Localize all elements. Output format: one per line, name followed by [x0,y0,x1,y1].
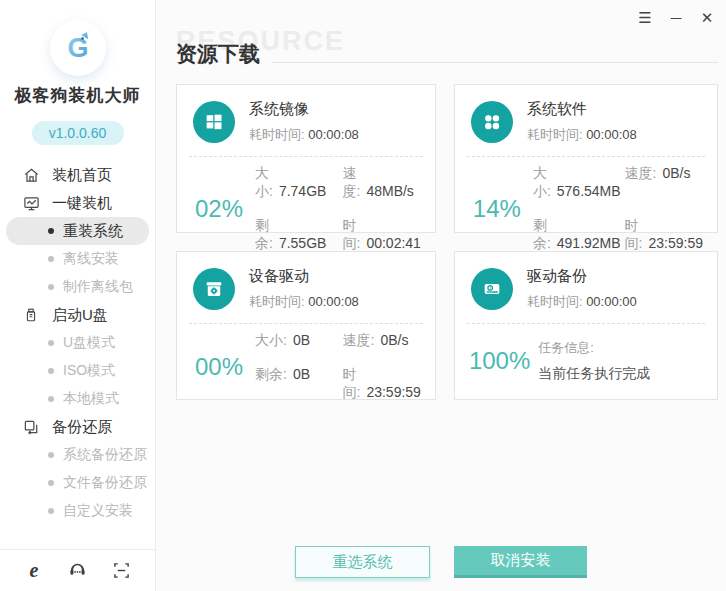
progress-percent: 100% [469,347,530,375]
stat-value: 00:02:41 [366,235,421,251]
sidebar-item-label: 装机首页 [52,166,112,185]
card-system-software: 系统软件 耗时时间: 00:00:08 14% 大小:576.54MB 速度:0… [454,84,718,233]
sidebar-item-label: 制作离线包 [63,278,133,296]
stat-value: 23:59:59 [366,384,421,400]
sidebar-item-reinstall-system[interactable]: 重装系统 [6,217,149,245]
sidebar-item-label: 文件备份还原 [63,474,147,492]
page-header: RESOURCE 资源下载 [176,26,718,74]
stat-value: 576.54MB [557,183,621,199]
elapsed-value: 00:00:08 [308,127,359,142]
elapsed-value: 00:00:08 [308,294,359,309]
title-divider [272,62,718,63]
elapsed-label: 耗时时间: [249,294,305,309]
sidebar-item-label: 离线安装 [63,250,119,268]
stat-label: 剩余: [533,217,551,251]
elapsed-label: 耗时时间: [249,127,305,142]
stat-value: 7.55GB [279,235,326,251]
main-content: ☰ ─ ✕ RESOURCE 资源下载 [156,0,726,591]
app-window: G 极客狗装机大师 v1.0.0.60 装机首页 [0,0,726,591]
elapsed-value: 00:00:00 [586,294,637,309]
stat-value: 0B/s [663,165,691,181]
sidebar-item-label: 一键装机 [52,194,112,213]
sidebar-item-make-offline-pack[interactable]: 制作离线包 [0,273,155,301]
sidebar-item-file-backup-restore[interactable]: 文件备份还原 [0,469,155,497]
bullet-icon [48,368,54,374]
app-logo-icon: G [50,20,106,76]
card-driver-backup: 驱动备份 耗时时间: 00:00:00 100% 任务信息: 当前任务执行完成 [454,251,718,400]
sidebar-item-system-backup-restore[interactable]: 系统备份还原 [0,441,155,469]
card-title: 驱动备份 [527,267,637,286]
sidebar-item-backup-restore[interactable]: 备份还原 [0,413,155,441]
stat-label: 大小: [255,332,287,348]
close-icon[interactable]: ✕ [698,9,716,27]
sidebar-item-home[interactable]: 装机首页 [0,161,155,189]
stat-label: 速度: [343,165,361,199]
sidebar-item-label: 系统备份还原 [63,446,147,464]
sidebar-item-usb-mode[interactable]: U盘模式 [0,329,155,357]
progress-percent: 02% [191,195,247,223]
menu-icon[interactable]: ☰ [636,9,654,27]
monitor-icon [22,194,40,212]
window-controls: ☰ ─ ✕ [636,9,716,27]
logo: G [0,20,155,76]
bullet-icon [48,228,54,234]
card-title: 设备驱动 [249,267,359,286]
customer-service-icon[interactable] [68,561,88,581]
sidebar-item-label: 备份还原 [52,418,112,437]
elapsed-value: 00:00:08 [586,127,637,142]
bullet-icon [48,508,54,514]
stat-label: 大小: [255,165,273,199]
sidebar-item-boot-usb[interactable]: 启动U盘 [0,301,155,329]
stat-label: 剩余: [255,217,273,251]
card-device-driver: 设备驱动 耗时时间: 00:00:08 00% 大小:0B 速度:0B/s 剩余… [176,251,436,400]
stat-label: 大小: [533,165,551,199]
cancel-install-button[interactable]: 取消安装 [454,546,587,578]
sidebar-item-one-key-install[interactable]: 一键装机 [0,189,155,217]
stat-label: 时间: [343,366,361,400]
elapsed-label: 耗时时间: [527,127,583,142]
app-name: 极客狗装机大师 [0,84,155,107]
stat-label: 剩余: [255,366,287,382]
action-buttons: 重选系统 取消安装 [156,546,726,578]
elapsed-label: 耗时时间: [527,294,583,309]
backup-restore-icon [22,418,40,436]
windows-icon [193,101,235,143]
bullet-icon [48,480,54,486]
sidebar-footer: e [0,549,155,591]
sidebar-item-custom-install[interactable]: 自定义安装 [0,497,155,525]
page-title: 资源下载 [176,40,260,68]
stat-value: 23:59:59 [649,235,704,251]
task-info-value: 当前任务执行完成 [538,365,650,381]
sidebar-item-label: 启动U盘 [52,306,108,325]
download-cards: 系统镜像 耗时时间: 00:00:08 02% 大小:7.74GB 速度:48M… [176,84,718,400]
sidebar-item-local-mode[interactable]: 本地模式 [0,385,155,413]
stat-value: 7.74GB [279,183,326,199]
sidebar: G 极客狗装机大师 v1.0.0.60 装机首页 [0,0,156,591]
device-driver-icon [193,268,235,310]
drive-backup-icon [471,268,513,310]
stat-value: 0B/s [380,332,408,348]
bullet-icon [48,340,54,346]
sidebar-item-label: 自定义安装 [63,502,133,520]
bullet-icon [48,256,54,262]
sidebar-item-offline-install[interactable]: 离线安装 [0,245,155,273]
ie-browser-icon[interactable]: e [24,561,44,581]
sidebar-item-label: 重装系统 [63,222,123,241]
stat-label: 时间: [343,217,361,251]
stat-label: 速度: [625,165,657,181]
sidebar-item-iso-mode[interactable]: ISO模式 [0,357,155,385]
stat-value: 0B [293,366,310,382]
sidebar-menu: 装机首页 一键装机 重装系统 离线安装 [0,161,155,525]
card-system-image: 系统镜像 耗时时间: 00:00:08 02% 大小:7.74GB 速度:48M… [176,84,436,233]
bullet-icon [48,396,54,402]
task-info-label: 任务信息: [538,339,703,357]
scan-qr-icon[interactable] [111,561,131,581]
bullet-icon [48,452,54,458]
sidebar-item-label: 本地模式 [63,390,119,408]
sidebar-item-label: ISO模式 [63,362,115,380]
card-title: 系统镜像 [249,100,359,119]
minimize-icon[interactable]: ─ [667,9,685,27]
progress-percent: 00% [191,353,247,381]
reselect-system-button[interactable]: 重选系统 [295,546,430,578]
card-title: 系统软件 [527,100,637,119]
